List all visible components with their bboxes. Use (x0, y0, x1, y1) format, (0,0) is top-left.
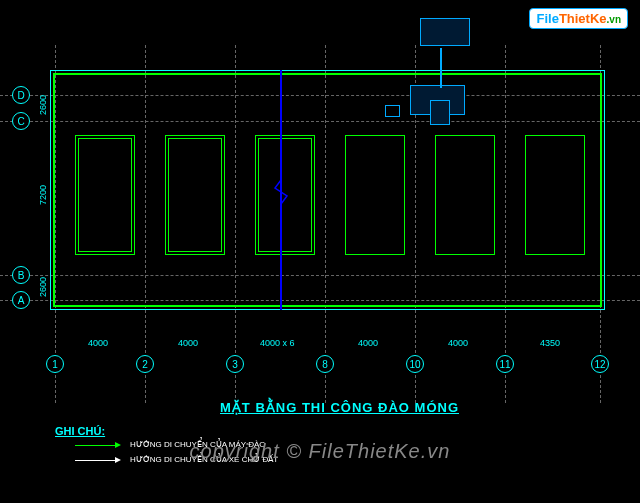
foundation-panel-2-inner (168, 138, 222, 252)
col-bubble-1: 1 (46, 355, 64, 373)
truck-path-line (440, 48, 442, 88)
brand-suffix: .vn (607, 14, 621, 25)
dim-row-cd: 2600 (38, 95, 48, 115)
dim-col-1011: 4000 (448, 338, 468, 348)
col-bubble-12: 12 (591, 355, 609, 373)
col-bubble-2: 2 (136, 355, 154, 373)
foundation-panel-4 (345, 135, 405, 255)
foundation-panel-5 (435, 135, 495, 255)
col-bubble-3: 3 (226, 355, 244, 373)
col-bubble-10: 10 (406, 355, 424, 373)
dim-col-810: 4000 (358, 338, 378, 348)
foundation-panel-6 (525, 135, 585, 255)
excavator-arm (430, 100, 450, 125)
cad-canvas: FileThietKe.vn D C B A 1 2 3 8 10 1 (0, 0, 640, 503)
dump-truck (420, 18, 470, 46)
dim-col-12: 4000 (88, 338, 108, 348)
dim-row-ab: 2600 (38, 277, 48, 297)
section-break-line (280, 70, 282, 310)
copyright-watermark: copyright © FileThietKe.vn (190, 440, 451, 463)
legend-title: GHI CHÚ: (55, 425, 105, 437)
row-bubble-c: C (12, 112, 30, 130)
legend-arrow-excavator (75, 445, 115, 446)
brand-part-2: ThietKe (559, 11, 607, 26)
brand-part-1: File (536, 11, 558, 26)
excavation-boundary (53, 73, 602, 307)
drawing-title: MẶT BẰNG THI CÔNG ĐÀO MÓNG (220, 400, 459, 415)
legend-arrow-truck (75, 460, 115, 461)
col-bubble-11: 11 (496, 355, 514, 373)
excavator-bucket (385, 105, 400, 117)
dim-row-bc: 7200 (38, 185, 48, 205)
dim-col-23: 4000 (178, 338, 198, 348)
row-bubble-a: A (12, 291, 30, 309)
watermark-logo: FileThietKe.vn (529, 8, 628, 29)
dim-col-38: 4000 x 6 (260, 338, 295, 348)
row-bubble-d: D (12, 86, 30, 104)
row-bubble-b: B (12, 266, 30, 284)
col-bubble-8: 8 (316, 355, 334, 373)
foundation-panel-1-inner (78, 138, 132, 252)
dim-col-1112: 4350 (540, 338, 560, 348)
